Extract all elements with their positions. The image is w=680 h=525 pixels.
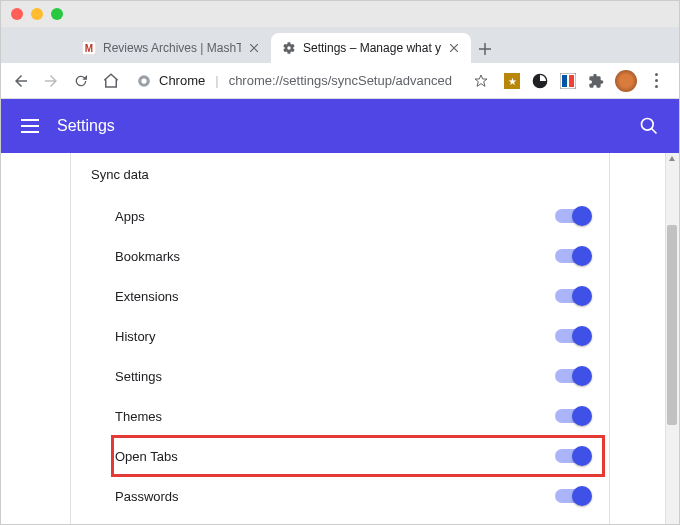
forward-button[interactable]	[39, 69, 63, 93]
extension-icon-3[interactable]	[559, 72, 577, 90]
sync-toggle[interactable]	[555, 289, 589, 303]
bookmark-star-icon[interactable]	[473, 73, 489, 89]
svg-line-11	[652, 129, 657, 134]
omnibox-separator: |	[215, 73, 218, 88]
sync-toggle[interactable]	[555, 329, 589, 343]
window-maximize-button[interactable]	[51, 8, 63, 20]
favicon-mashtips: M	[81, 40, 97, 56]
sync-toggle[interactable]	[555, 489, 589, 503]
svg-point-10	[642, 119, 654, 131]
content-area: Sync data AppsBookmarksExtensionsHistory…	[1, 153, 679, 525]
scrollbar[interactable]	[665, 153, 679, 525]
profile-avatar[interactable]	[615, 70, 637, 92]
new-tab-button[interactable]	[471, 35, 499, 63]
sync-row: Addresses, phone numbers and more	[71, 516, 609, 525]
reload-button[interactable]	[69, 69, 93, 93]
extension-icon-2[interactable]	[531, 72, 549, 90]
svg-point-3	[141, 78, 146, 83]
svg-rect-8	[562, 75, 567, 87]
tab-close-icon[interactable]	[247, 41, 261, 55]
home-button[interactable]	[99, 69, 123, 93]
extension-icons: ★	[503, 70, 671, 92]
sync-toggle[interactable]	[555, 249, 589, 263]
svg-rect-9	[569, 75, 574, 87]
sync-row-label: Settings	[115, 369, 162, 384]
sync-row: Passwords	[71, 476, 609, 516]
tab-inactive[interactable]: M Reviews Archives | MashTips	[71, 33, 271, 63]
sync-row: Settings	[71, 356, 609, 396]
address-bar[interactable]: Chrome | chrome://settings/syncSetup/adv…	[129, 68, 497, 94]
sync-row-label: Extensions	[115, 289, 179, 304]
sync-row: Bookmarks	[71, 236, 609, 276]
browser-toolbar: Chrome | chrome://settings/syncSetup/adv…	[1, 63, 679, 99]
sync-toggle[interactable]	[555, 209, 589, 223]
sync-row: Apps	[71, 196, 609, 236]
window-minimize-button[interactable]	[31, 8, 43, 20]
page-title: Settings	[57, 117, 115, 135]
sync-toggle[interactable]	[555, 409, 589, 423]
search-icon[interactable]	[639, 116, 659, 136]
sync-row: History	[71, 316, 609, 356]
sync-row-label: Apps	[115, 209, 145, 224]
back-button[interactable]	[9, 69, 33, 93]
section-title: Sync data	[71, 159, 609, 196]
sync-toggle[interactable]	[555, 449, 589, 463]
tab-close-icon[interactable]	[447, 41, 461, 55]
sync-row-label: Bookmarks	[115, 249, 180, 264]
extensions-puzzle-icon[interactable]	[587, 72, 605, 90]
scrollbar-thumb[interactable]	[667, 225, 677, 425]
settings-header: Settings	[1, 99, 679, 153]
extension-icon-1[interactable]: ★	[503, 72, 521, 90]
omnibox-scheme: Chrome	[159, 73, 205, 88]
svg-text:M: M	[85, 43, 93, 54]
sync-row-label: History	[115, 329, 155, 344]
tab-strip: M Reviews Archives | MashTips Settings –…	[1, 27, 679, 63]
tab-title: Settings – Manage what you s	[303, 41, 441, 55]
sync-row: Extensions	[71, 276, 609, 316]
sync-toggle[interactable]	[555, 369, 589, 383]
sync-row-label: Passwords	[115, 489, 179, 504]
tab-title: Reviews Archives | MashTips	[103, 41, 241, 55]
tab-active[interactable]: Settings – Manage what you s	[271, 33, 471, 63]
sync-row: Open Tabs	[71, 436, 609, 476]
settings-card: Sync data AppsBookmarksExtensionsHistory…	[70, 153, 610, 525]
sync-row: Themes	[71, 396, 609, 436]
chrome-badge-icon	[137, 74, 151, 88]
window-close-button[interactable]	[11, 8, 23, 20]
browser-menu-button[interactable]	[647, 72, 665, 90]
omnibox-url: chrome://settings/syncSetup/advanced	[229, 73, 452, 88]
window-titlebar	[1, 1, 679, 27]
sync-row-label: Themes	[115, 409, 162, 424]
svg-text:★: ★	[508, 76, 517, 87]
menu-icon[interactable]	[21, 119, 39, 133]
gear-icon	[281, 40, 297, 56]
sync-row-label: Open Tabs	[115, 449, 178, 464]
